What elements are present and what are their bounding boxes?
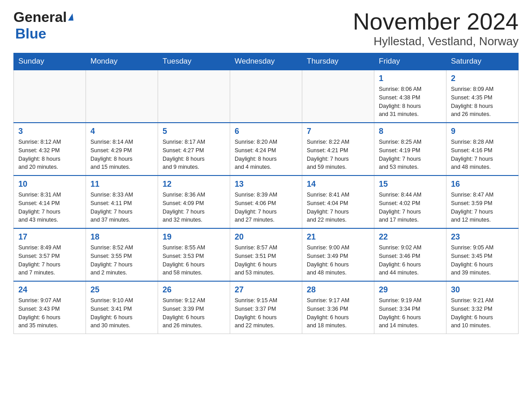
logo: General Blue [13, 9, 73, 42]
day-info: Sunrise: 9:07 AMSunset: 3:43 PMDaylight:… [18, 296, 81, 330]
day-number: 22 [379, 232, 442, 242]
title-area: November 2024 Hyllestad, Vestland, Norwa… [353, 9, 519, 48]
calendar-cell: 24Sunrise: 9:07 AMSunset: 3:43 PMDayligh… [14, 281, 86, 334]
calendar-cell [230, 70, 302, 123]
calendar-cell: 19Sunrise: 8:55 AMSunset: 3:53 PMDayligh… [158, 228, 230, 281]
day-info: Sunrise: 8:20 AMSunset: 4:24 PMDaylight:… [235, 138, 297, 171]
calendar-cell: 11Sunrise: 8:33 AMSunset: 4:11 PMDayligh… [86, 176, 158, 228]
day-info: Sunrise: 8:28 AMSunset: 4:16 PMDaylight:… [451, 138, 514, 171]
calendar-cell: 25Sunrise: 9:10 AMSunset: 3:41 PMDayligh… [86, 281, 158, 334]
day-header-sunday: Sunday [14, 53, 86, 70]
day-info: Sunrise: 8:52 AMSunset: 3:55 PMDaylight:… [90, 244, 153, 277]
day-info: Sunrise: 9:05 AMSunset: 3:45 PMDaylight:… [451, 244, 514, 277]
day-info: Sunrise: 9:15 AMSunset: 3:37 PMDaylight:… [235, 296, 297, 330]
day-header-friday: Friday [374, 53, 446, 70]
day-info: Sunrise: 9:17 AMSunset: 3:36 PMDaylight:… [307, 296, 369, 330]
calendar-cell [86, 70, 158, 123]
day-number: 9 [451, 127, 514, 136]
day-number: 10 [18, 180, 81, 189]
calendar-cell: 17Sunrise: 8:49 AMSunset: 3:57 PMDayligh… [14, 228, 86, 281]
day-info: Sunrise: 8:31 AMSunset: 4:14 PMDaylight:… [18, 191, 81, 224]
day-info: Sunrise: 9:00 AMSunset: 3:49 PMDaylight:… [307, 244, 369, 277]
day-number: 25 [90, 285, 153, 295]
calendar-cell: 26Sunrise: 9:12 AMSunset: 3:39 PMDayligh… [158, 281, 230, 334]
calendar-cell: 3Sunrise: 8:12 AMSunset: 4:32 PMDaylight… [14, 123, 86, 176]
day-header-monday: Monday [86, 53, 158, 70]
day-number: 24 [18, 285, 81, 295]
day-info: Sunrise: 8:55 AMSunset: 3:53 PMDaylight:… [163, 244, 225, 277]
day-number: 26 [163, 285, 225, 295]
day-number: 20 [235, 232, 297, 242]
day-info: Sunrise: 9:10 AMSunset: 3:41 PMDaylight:… [90, 296, 153, 330]
logo-triangle-icon [68, 13, 73, 21]
day-number: 16 [451, 180, 514, 189]
day-info: Sunrise: 8:33 AMSunset: 4:11 PMDaylight:… [90, 191, 153, 224]
day-info: Sunrise: 9:12 AMSunset: 3:39 PMDaylight:… [163, 296, 225, 330]
day-info: Sunrise: 8:12 AMSunset: 4:32 PMDaylight:… [18, 138, 81, 171]
day-number: 8 [379, 127, 442, 136]
day-number: 28 [307, 285, 369, 295]
day-header-wednesday: Wednesday [230, 53, 302, 70]
day-header-thursday: Thursday [302, 53, 374, 70]
day-info: Sunrise: 8:22 AMSunset: 4:21 PMDaylight:… [307, 138, 369, 171]
calendar-cell [14, 70, 86, 123]
calendar-cell [302, 70, 374, 123]
day-number: 14 [307, 180, 369, 189]
day-number: 2 [451, 74, 514, 83]
week-row-5: 24Sunrise: 9:07 AMSunset: 3:43 PMDayligh… [14, 281, 519, 334]
calendar-header-row: SundayMondayTuesdayWednesdayThursdayFrid… [14, 53, 519, 70]
calendar-cell: 14Sunrise: 8:41 AMSunset: 4:04 PMDayligh… [302, 176, 374, 228]
location-title: Hyllestad, Vestland, Norway [353, 34, 519, 48]
calendar-cell: 20Sunrise: 8:57 AMSunset: 3:51 PMDayligh… [230, 228, 302, 281]
calendar-cell: 5Sunrise: 8:17 AMSunset: 4:27 PMDaylight… [158, 123, 230, 176]
calendar-cell: 2Sunrise: 8:09 AMSunset: 4:35 PMDaylight… [446, 70, 519, 123]
calendar-cell: 28Sunrise: 9:17 AMSunset: 3:36 PMDayligh… [302, 281, 374, 334]
day-header-tuesday: Tuesday [158, 53, 230, 70]
day-number: 1 [379, 74, 442, 83]
day-info: Sunrise: 9:21 AMSunset: 3:32 PMDaylight:… [451, 296, 514, 330]
calendar-cell: 23Sunrise: 9:05 AMSunset: 3:45 PMDayligh… [446, 228, 519, 281]
day-number: 13 [235, 180, 297, 189]
calendar-cell: 30Sunrise: 9:21 AMSunset: 3:32 PMDayligh… [446, 281, 519, 334]
day-number: 7 [307, 127, 369, 136]
day-number: 4 [90, 127, 153, 136]
logo-blue: Blue [15, 26, 46, 42]
calendar-cell: 9Sunrise: 8:28 AMSunset: 4:16 PMDaylight… [446, 123, 519, 176]
day-number: 17 [18, 232, 81, 242]
day-number: 23 [451, 232, 514, 242]
calendar-cell: 7Sunrise: 8:22 AMSunset: 4:21 PMDaylight… [302, 123, 374, 176]
day-number: 21 [307, 232, 369, 242]
calendar-cell: 10Sunrise: 8:31 AMSunset: 4:14 PMDayligh… [14, 176, 86, 228]
day-info: Sunrise: 8:09 AMSunset: 4:35 PMDaylight:… [451, 85, 514, 119]
calendar-cell: 16Sunrise: 8:47 AMSunset: 3:59 PMDayligh… [446, 176, 519, 228]
day-number: 12 [163, 180, 225, 189]
calendar-cell: 27Sunrise: 9:15 AMSunset: 3:37 PMDayligh… [230, 281, 302, 334]
calendar-cell: 13Sunrise: 8:39 AMSunset: 4:06 PMDayligh… [230, 176, 302, 228]
day-number: 5 [163, 127, 225, 136]
week-row-2: 3Sunrise: 8:12 AMSunset: 4:32 PMDaylight… [14, 123, 519, 176]
page-header: General Blue November 2024 Hyllestad, Ve… [13, 9, 519, 48]
day-number: 15 [379, 180, 442, 189]
calendar-cell: 15Sunrise: 8:44 AMSunset: 4:02 PMDayligh… [374, 176, 446, 228]
day-number: 29 [379, 285, 442, 295]
day-number: 6 [235, 127, 297, 136]
day-info: Sunrise: 8:36 AMSunset: 4:09 PMDaylight:… [163, 191, 225, 224]
week-row-4: 17Sunrise: 8:49 AMSunset: 3:57 PMDayligh… [14, 228, 519, 281]
day-info: Sunrise: 8:41 AMSunset: 4:04 PMDaylight:… [307, 191, 369, 224]
day-info: Sunrise: 8:57 AMSunset: 3:51 PMDaylight:… [235, 244, 297, 277]
calendar-cell: 4Sunrise: 8:14 AMSunset: 4:29 PMDaylight… [86, 123, 158, 176]
day-info: Sunrise: 8:47 AMSunset: 3:59 PMDaylight:… [451, 191, 514, 224]
day-number: 30 [451, 285, 514, 295]
day-info: Sunrise: 9:19 AMSunset: 3:34 PMDaylight:… [379, 296, 442, 330]
month-title: November 2024 [353, 9, 519, 34]
calendar-cell [158, 70, 230, 123]
day-number: 11 [90, 180, 153, 189]
logo-general: General [13, 9, 67, 26]
calendar-cell: 12Sunrise: 8:36 AMSunset: 4:09 PMDayligh… [158, 176, 230, 228]
day-number: 18 [90, 232, 153, 242]
day-info: Sunrise: 8:14 AMSunset: 4:29 PMDaylight:… [90, 138, 153, 171]
calendar-cell: 6Sunrise: 8:20 AMSunset: 4:24 PMDaylight… [230, 123, 302, 176]
calendar-cell: 29Sunrise: 9:19 AMSunset: 3:34 PMDayligh… [374, 281, 446, 334]
day-number: 27 [235, 285, 297, 295]
day-number: 3 [18, 127, 81, 136]
